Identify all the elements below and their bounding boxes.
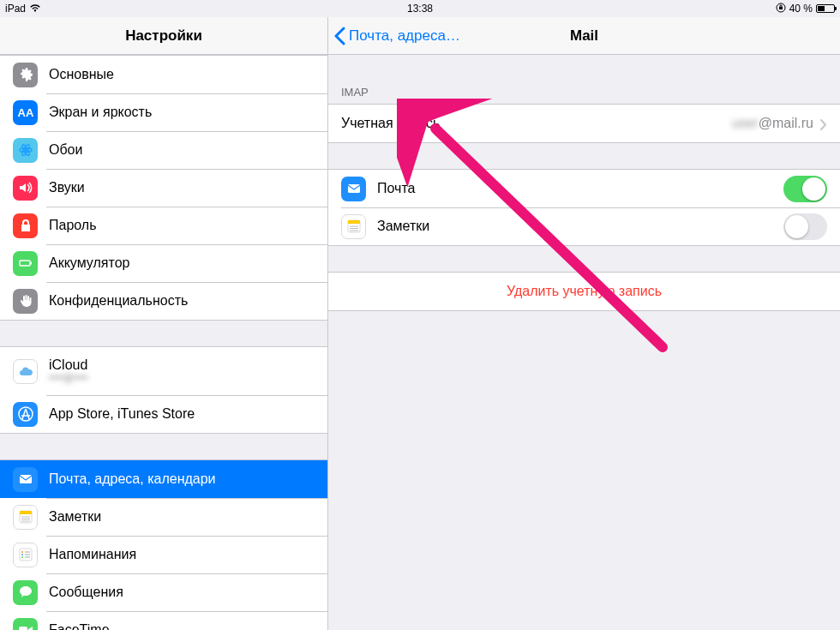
svg-point-17 (21, 554, 23, 555)
svg-rect-23 (348, 184, 360, 193)
sidebar-item-label: Заметки (49, 509, 101, 525)
delete-label: Удалить учетную запись (507, 284, 662, 299)
account-group: Учетная запись user@mail.ru (328, 104, 840, 143)
svg-rect-22 (19, 627, 27, 630)
svg-rect-6 (20, 261, 30, 266)
sidebar-item-label: Пароль (49, 218, 97, 233)
sidebar-item-messages[interactable]: Сообщения (0, 573, 327, 611)
svg-rect-25 (348, 220, 360, 224)
back-button[interactable]: Почта, адреса… (333, 17, 460, 54)
back-label: Почта, адреса… (349, 27, 460, 45)
sidebar-item-battery[interactable]: Аккумулятор (0, 244, 327, 282)
toggle-mail-toggle[interactable] (783, 176, 827, 202)
video-icon (13, 618, 38, 631)
sidebar-item-appstore[interactable]: App Store, iTunes Store (0, 395, 327, 433)
sidebar-item-sounds[interactable]: Звуки (0, 169, 327, 207)
cloud-icon (13, 359, 38, 384)
sidebar-item-notes[interactable]: Заметки (0, 498, 327, 536)
services-group: ПочтаЗаметки (328, 169, 840, 246)
svg-text:AA: AA (17, 106, 33, 119)
gear-icon (13, 63, 38, 87)
sidebar-title: Настройки (125, 27, 202, 45)
hand-icon (13, 289, 38, 314)
sidebar-item-privacy[interactable]: Конфиденциальность (0, 282, 327, 320)
svg-rect-11 (20, 511, 32, 514)
device-name: iPad (5, 3, 26, 15)
aa-icon: AA (13, 100, 38, 125)
account-value: user@mail.ru (732, 116, 813, 131)
sidebar-item-label: iCloud (49, 357, 88, 373)
sidebar-item-facetime[interactable]: FaceTime (0, 611, 327, 630)
detail-pane: Почта, адреса… Mail IMAP Учетная запись … (328, 17, 840, 630)
sidebar-item-label: Аккумулятор (49, 255, 129, 271)
status-bar: iPad 13:38 40 % (0, 0, 840, 17)
service-row-mail-toggle: Почта (328, 170, 840, 207)
mail-icon (13, 467, 38, 492)
detail-navbar: Почта, адреса… Mail (328, 17, 840, 55)
account-label: Учетная запись (341, 116, 440, 131)
sidebar-item-reminders[interactable]: Напоминания (0, 536, 327, 573)
sidebar-item-label: FaceTime (49, 622, 110, 630)
bubble-icon (13, 580, 38, 605)
wifi-icon (29, 3, 41, 15)
sidebar-item-display[interactable]: AAЭкран и яркость (0, 93, 327, 131)
detail-title: Mail (570, 27, 598, 45)
notes-icon (341, 214, 366, 239)
service-label: Почта (377, 181, 415, 196)
orientation-lock-icon (776, 3, 786, 15)
flower-icon (13, 138, 38, 163)
sidebar-navbar: Настройки (0, 17, 327, 55)
delete-group: Удалить учетную запись (328, 272, 840, 311)
battery-text: 40 % (789, 3, 813, 15)
sidebar-item-label: Звуки (49, 180, 85, 195)
account-row[interactable]: Учетная запись user@mail.ru (328, 105, 840, 142)
sidebar-item-label: Обои (49, 142, 82, 158)
svg-rect-7 (30, 262, 32, 265)
sidebar-item-label: Напоминания (49, 547, 136, 562)
appstore-icon (13, 402, 38, 427)
service-label: Заметки (377, 219, 429, 234)
svg-point-18 (21, 556, 23, 558)
sidebar-item-label: Экран и яркость (49, 105, 152, 120)
sidebar-item-mail[interactable]: Почта, адреса, календари (0, 460, 327, 498)
service-row-notes-toggle: Заметки (328, 207, 840, 245)
lock-icon (13, 213, 38, 238)
sidebar-item-label: Конфиденциальность (49, 293, 188, 309)
battery-icon (816, 4, 835, 13)
sidebar-item-general[interactable]: Основные (0, 56, 327, 93)
notes-icon (13, 505, 38, 530)
sidebar-item-label: Сообщения (49, 585, 123, 600)
sidebar-item-wallpaper[interactable]: Обои (0, 131, 327, 169)
sidebar-item-icloud[interactable]: iCloud••••@•••• (0, 347, 327, 395)
svg-point-16 (21, 551, 23, 553)
sidebar-item-label: Основные (49, 67, 114, 82)
chevron-right-icon (820, 118, 827, 129)
sidebar-item-label: Почта, адреса, календари (49, 471, 216, 487)
reminders-icon (13, 543, 38, 567)
clock: 13:38 (407, 3, 433, 15)
sidebar-item-sub: ••••@•••• (49, 373, 88, 384)
speaker-icon (13, 176, 38, 201)
battery-icon (13, 251, 38, 276)
svg-rect-9 (20, 475, 32, 483)
sidebar-item-label: App Store, iTunes Store (49, 406, 195, 422)
settings-sidebar: Настройки ОсновныеAAЭкран и яркостьОбоиЗ… (0, 17, 328, 630)
toggle-notes-toggle[interactable] (783, 213, 827, 240)
delete-account-button[interactable]: Удалить учетную запись (328, 273, 840, 310)
section-header-imap: IMAP (328, 81, 840, 104)
mail-icon (341, 177, 366, 201)
sidebar-item-passcode[interactable]: Пароль (0, 207, 327, 244)
